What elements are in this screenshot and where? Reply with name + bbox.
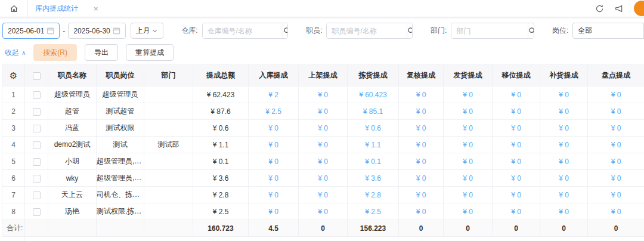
- cell-commission-value[interactable]: ¥ 0: [399, 120, 444, 137]
- avatar[interactable]: [634, 1, 644, 16]
- cell-commission-value[interactable]: ¥ 0: [444, 153, 493, 170]
- row-checkbox[interactable]: [33, 125, 41, 132]
- cell-commission-value[interactable]: ¥ 0: [299, 120, 348, 137]
- staff-input[interactable]: [327, 23, 407, 38]
- row-checkbox[interactable]: [33, 141, 41, 149]
- home-tab[interactable]: [0, 0, 28, 17]
- select-all-checkbox[interactable]: [33, 72, 41, 80]
- department-input[interactable]: [451, 23, 528, 38]
- cell-commission-value[interactable]: ¥ 0: [588, 153, 644, 170]
- cell-commission-value[interactable]: ¥ 0: [249, 137, 299, 153]
- cell-commission-value[interactable]: ¥ 0: [399, 187, 444, 203]
- cell-commission-value[interactable]: ¥ 0: [249, 170, 299, 187]
- cell-commission-value[interactable]: ¥ 0: [444, 170, 493, 187]
- column-header: 拣货提成: [348, 65, 399, 86]
- row-checkbox[interactable]: [33, 108, 41, 116]
- recalculate-button[interactable]: 重算提成: [126, 44, 174, 61]
- cell-commission-value[interactable]: ¥ 0: [493, 103, 540, 120]
- row-checkbox[interactable]: [33, 175, 41, 183]
- staff-search-button[interactable]: [407, 23, 413, 38]
- cell-commission-value[interactable]: ¥ 0: [444, 86, 493, 103]
- cell-commission-value[interactable]: ¥ 0: [540, 187, 588, 203]
- cell-commission-value[interactable]: ¥ 0: [540, 153, 588, 170]
- cell-commission-value[interactable]: ¥ 0: [588, 103, 644, 120]
- row-checkbox[interactable]: [33, 191, 41, 199]
- cell-commission-value[interactable]: ¥ 0: [299, 187, 348, 203]
- gear-icon[interactable]: ⚙: [10, 70, 17, 81]
- position-select[interactable]: 全部: [572, 23, 644, 39]
- department-search-button[interactable]: [528, 23, 534, 38]
- cell-commission-value[interactable]: ¥ 0: [299, 103, 348, 120]
- cell-commission-value[interactable]: ¥ 2.5: [348, 203, 399, 220]
- cell-commission-value[interactable]: ¥ 0: [399, 170, 444, 187]
- cell-commission-value[interactable]: ¥ 1.1: [348, 137, 399, 153]
- cell-commission-value[interactable]: ¥ 0: [540, 103, 588, 120]
- cell-commission-value[interactable]: ¥ 0: [399, 137, 444, 153]
- refresh-icon[interactable]: [595, 4, 604, 13]
- cell-commission-value[interactable]: ¥ 0: [299, 153, 348, 170]
- cell-commission-value[interactable]: ¥ 0: [444, 203, 493, 220]
- cell-commission-value[interactable]: ¥ 0: [493, 203, 540, 220]
- cell-commission-value[interactable]: ¥ 3.6: [348, 170, 399, 187]
- table-header-row: ⚙ 职员名称职员岗位部门提成总额入库提成上架提成拣货提成复核提成发货提成移位提成…: [2, 65, 644, 86]
- calendar-icon: [47, 27, 54, 35]
- collapse-toggle[interactable]: 收起 ∧: [5, 48, 26, 58]
- row-checkbox[interactable]: [33, 208, 41, 216]
- cell-commission-value[interactable]: ¥ 0: [444, 120, 493, 137]
- announcement-icon[interactable]: [614, 4, 624, 13]
- cell-commission-value[interactable]: ¥ 0: [493, 86, 540, 103]
- cell-commission-value[interactable]: ¥ 0: [399, 203, 444, 220]
- cell-commission-value[interactable]: ¥ 2.8: [348, 187, 399, 203]
- row-checkbox[interactable]: [33, 91, 41, 99]
- cell-commission-value[interactable]: ¥ 85.1: [348, 103, 399, 120]
- warehouse-input[interactable]: [203, 23, 283, 38]
- cell-commission-value[interactable]: ¥ 0: [540, 203, 588, 220]
- export-button[interactable]: 导出: [85, 44, 118, 61]
- cell-commission-value[interactable]: ¥ 0: [588, 187, 644, 203]
- cell-commission-value[interactable]: ¥ 0: [444, 187, 493, 203]
- cell-staff-name: 超级管理员: [48, 86, 97, 103]
- cell-commission-value[interactable]: ¥ 0: [299, 203, 348, 220]
- cell-commission-value[interactable]: ¥ 0: [540, 170, 588, 187]
- cell-commission-value[interactable]: ¥ 0: [399, 103, 444, 120]
- cell-commission-value[interactable]: ¥ 0: [588, 137, 644, 153]
- cell-commission-value[interactable]: ¥ 0: [540, 120, 588, 137]
- row-checkbox[interactable]: [33, 158, 41, 166]
- cell-commission-value[interactable]: ¥ 0: [249, 153, 299, 170]
- cell-commission-value[interactable]: ¥ 0: [249, 203, 299, 220]
- cell-commission-value[interactable]: ¥ 0: [299, 137, 348, 153]
- cell-commission-value[interactable]: ¥ 0: [249, 120, 299, 137]
- column-settings-cell[interactable]: ⚙: [2, 65, 25, 86]
- cell-commission-value[interactable]: ¥ 0: [249, 187, 299, 203]
- cell-commission-value[interactable]: ¥ 0: [399, 153, 444, 170]
- cell-commission-value[interactable]: ¥ 0: [299, 86, 348, 103]
- cell-commission-value[interactable]: ¥ 2: [249, 86, 299, 103]
- cell-commission-value[interactable]: ¥ 0: [493, 187, 540, 203]
- cell-commission-value[interactable]: ¥ 0: [493, 170, 540, 187]
- cell-commission-value[interactable]: ¥ 2.5: [249, 103, 299, 120]
- cell-commission-value[interactable]: ¥ 0: [399, 86, 444, 103]
- cell-commission-value[interactable]: ¥ 0.6: [348, 120, 399, 137]
- cell-commission-value[interactable]: ¥ 0: [493, 153, 540, 170]
- cell-commission-value[interactable]: ¥ 0: [540, 137, 588, 153]
- cell-commission-value[interactable]: ¥ 0: [588, 170, 644, 187]
- cell-commission-value[interactable]: ¥ 0: [588, 120, 644, 137]
- cell-commission-value[interactable]: ¥ 0: [493, 137, 540, 153]
- cell-commission-value[interactable]: ¥ 0: [588, 86, 644, 103]
- column-header: 复核提成: [399, 65, 444, 86]
- cell-commission-value[interactable]: ¥ 0: [588, 203, 644, 220]
- cell-commission-value[interactable]: ¥ 60.423: [348, 86, 399, 103]
- cell-commission-value[interactable]: ¥ 0: [493, 120, 540, 137]
- cell-commission-value[interactable]: ¥ 0: [299, 170, 348, 187]
- cell-commission-value[interactable]: ¥ 0.1: [348, 153, 399, 170]
- warehouse-search-button[interactable]: [283, 23, 289, 38]
- start-date-input[interactable]: 2025-06-01: [2, 23, 60, 39]
- end-date-input[interactable]: 2025-06-30: [68, 23, 125, 39]
- close-icon[interactable]: ×: [94, 5, 98, 13]
- cell-commission-value[interactable]: ¥ 0: [444, 103, 493, 120]
- quick-range-select[interactable]: 上月: [131, 23, 164, 39]
- cell-commission-value[interactable]: ¥ 0: [444, 137, 493, 153]
- search-button[interactable]: 搜索(R): [33, 44, 77, 61]
- tab-commission-stats[interactable]: 库内提成统计 ×: [28, 0, 107, 17]
- cell-commission-value[interactable]: ¥ 0: [540, 86, 588, 103]
